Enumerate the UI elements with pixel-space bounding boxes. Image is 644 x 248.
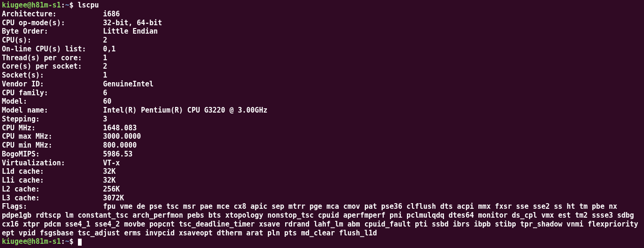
field-label: CPU op-mode(s): [2, 19, 65, 27]
field-label: Model name: [2, 106, 48, 114]
output-row: CPU max MHz: 3000.0000 [2, 132, 642, 141]
field-value: 3072K [103, 194, 124, 202]
field-value: 2 [103, 36, 107, 44]
output-row: CPU min MHz: 800.0000 [2, 141, 642, 150]
flags-line: Flags: fpu vme de pse tsc msr pae mce cx… [2, 202, 642, 237]
field-label: Thread(s) per core: [2, 54, 82, 62]
terminal-output[interactable]: kiugee@h81m-s1:~$ lscpu Architecture: i6… [2, 1, 642, 246]
prompt-symbol: $ [70, 1, 74, 9]
field-value: 1 [103, 71, 107, 79]
prompt-user-host: kiugee@h81m-s1 [2, 237, 61, 246]
prompt-path: ~ [65, 1, 69, 9]
output-row: L2 cache: 256K [2, 185, 642, 194]
field-label: CPU max MHz: [2, 132, 52, 141]
command-line: kiugee@h81m-s1:~$ lscpu [2, 1, 642, 10]
field-label: L3 cache: [2, 194, 40, 202]
output-row: Byte Order: Little Endian [2, 27, 642, 36]
field-label: L1i cache: [2, 176, 44, 184]
output-row: L1i cache: 32K [2, 176, 642, 185]
field-label: CPU MHz: [2, 124, 35, 132]
field-label: Stepping: [2, 115, 40, 123]
field-value: Little Endian [103, 27, 158, 35]
output-row: Architecture: i686 [2, 10, 642, 19]
field-value: 2 [103, 62, 107, 71]
field-label: Core(s) per socket: [2, 62, 82, 71]
field-value: 256K [103, 185, 120, 193]
field-label: Vendor ID: [2, 80, 44, 88]
lscpu-output: Architecture: i686CPU op-mode(s): 32-bit… [2, 10, 642, 203]
field-label: Socket(s): [2, 71, 44, 79]
output-row: BogoMIPS: 5986.53 [2, 150, 642, 159]
field-label: CPU(s): [2, 36, 31, 44]
field-label: L1d cache: [2, 167, 44, 176]
field-label: BogoMIPS: [2, 150, 40, 158]
field-value: 32-bit, 64-bit [103, 19, 162, 27]
prompt-symbol: $ [70, 237, 74, 246]
field-label: On-line CPU(s) list: [2, 45, 86, 53]
output-row: CPU family: 6 [2, 89, 642, 98]
field-label: Byte Order: [2, 27, 48, 35]
field-value: 32K [103, 167, 116, 176]
field-value: 3000.0000 [103, 132, 141, 141]
output-row: L3 cache: 3072K [2, 194, 642, 203]
output-row: Model name: Intel(R) Pentium(R) CPU G322… [2, 106, 642, 115]
field-label: Model: [2, 97, 27, 106]
field-value: Intel(R) Pentium(R) CPU G3220 @ 3.00GHz [103, 106, 267, 114]
output-row: Stepping: 3 [2, 115, 642, 124]
flags-label: Flags: [2, 202, 27, 211]
output-row: Model: 60 [2, 97, 642, 106]
output-row: CPU MHz: 1648.083 [2, 124, 642, 133]
field-value: i686 [103, 10, 120, 18]
prompt-path: ~ [65, 237, 69, 246]
next-prompt-line: kiugee@h81m-s1:~$ [2, 237, 642, 246]
output-row: L1d cache: 32K [2, 167, 642, 176]
output-row: CPU(s): 2 [2, 36, 642, 45]
output-row: Vendor ID: GenuineIntel [2, 80, 642, 89]
field-label: CPU family: [2, 89, 48, 97]
prompt-user-host: kiugee@h81m-s1 [2, 1, 61, 9]
field-value: 60 [103, 97, 112, 106]
field-label: L2 cache: [2, 185, 40, 193]
output-row: Virtualization: VT-x [2, 159, 642, 168]
field-label: Virtualization: [2, 159, 65, 167]
field-value: 5986.53 [103, 150, 133, 158]
output-row: Socket(s): 1 [2, 71, 642, 80]
output-row: CPU op-mode(s): 32-bit, 64-bit [2, 19, 642, 28]
output-row: Thread(s) per core: 1 [2, 54, 642, 63]
field-value: VT-x [103, 159, 120, 167]
cursor [78, 239, 82, 246]
field-label: CPU min MHz: [2, 141, 52, 149]
field-value: GenuineIntel [103, 80, 154, 88]
field-value: 1648.083 [103, 124, 137, 132]
field-value: 800.0000 [103, 141, 137, 149]
field-value: 32K [103, 176, 116, 184]
entered-command: lscpu [74, 1, 99, 9]
field-value: 0,1 [103, 45, 116, 53]
field-value: 3 [103, 115, 107, 123]
output-row: On-line CPU(s) list: 0,1 [2, 45, 642, 54]
field-label: Architecture: [2, 10, 56, 18]
field-value: 1 [103, 54, 107, 62]
output-row: Core(s) per socket: 2 [2, 62, 642, 71]
field-value: 6 [103, 89, 107, 97]
